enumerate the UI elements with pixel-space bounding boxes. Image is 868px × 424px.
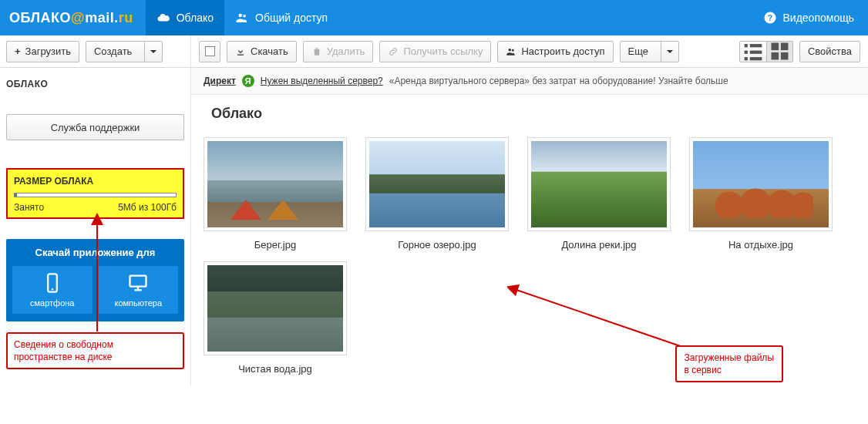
- sidebar: ОБЛАКО Служба поддержки РАЗМЕР ОБЛАКА За…: [0, 68, 190, 385]
- logo-at: @: [71, 10, 85, 26]
- get-link-label: Получить ссылку: [403, 45, 483, 57]
- promo-computer-button[interactable]: компьютера: [99, 266, 179, 314]
- logo[interactable]: ОБЛАКО @ mail . ru: [0, 0, 146, 35]
- toolbar-right: Скачать Удалить Получить ссылку Настроит…: [190, 35, 868, 67]
- more-caret[interactable]: [661, 42, 678, 62]
- upload-label: Загрузить: [25, 45, 71, 57]
- cloud-icon: [156, 11, 170, 25]
- main-columns: ОБЛАКО Служба поддержки РАЗМЕР ОБЛАКА За…: [0, 68, 868, 385]
- select-all-checkbox[interactable]: [199, 41, 220, 62]
- promo-smartphone-label: смартфона: [30, 298, 74, 308]
- file-name: Чистая вода.jpg: [238, 363, 312, 375]
- svg-point-1: [243, 15, 246, 18]
- file-thumb: [365, 137, 509, 231]
- file-image: [369, 141, 505, 227]
- view-toggle: [739, 41, 793, 62]
- download-label: Скачать: [251, 45, 288, 57]
- storage-used-value: 5Мб из 100Гб: [118, 202, 177, 213]
- upload-button[interactable]: + Загрузить: [6, 41, 79, 62]
- view-list-button[interactable]: [740, 42, 766, 62]
- file-image: [207, 265, 343, 352]
- delete-label: Удалить: [327, 45, 365, 57]
- svg-rect-9: [750, 50, 762, 53]
- svg-point-18: [52, 288, 53, 290]
- ad-direkt-link[interactable]: Директ: [204, 76, 236, 86]
- properties-button[interactable]: Свойства: [799, 41, 860, 62]
- support-button[interactable]: Служба поддержки: [6, 114, 184, 140]
- svg-rect-13: [781, 43, 789, 51]
- svg-rect-7: [750, 44, 762, 47]
- file-name: На отдыхе.jpg: [728, 239, 793, 251]
- create-label: Создать: [94, 45, 132, 57]
- more-button[interactable]: Еще: [620, 41, 679, 62]
- tab-share-label: Общий доступ: [255, 12, 328, 24]
- set-access-button[interactable]: Настроить доступ: [497, 41, 613, 62]
- tab-share[interactable]: Общий доступ: [224, 0, 338, 35]
- help-icon: ?: [763, 11, 777, 25]
- annotation2-line1: Загруженные файлы: [685, 352, 774, 363]
- properties-label: Свойства: [808, 45, 852, 57]
- content: Директ Я Нужен выделенный сервер? «Аренд…: [190, 68, 868, 385]
- storage-row: Занято 5Мб из 100Гб: [14, 202, 177, 213]
- download-button[interactable]: Скачать: [227, 41, 297, 62]
- create-caret[interactable]: [144, 42, 162, 62]
- help-button[interactable]: ? Видеопомощь: [749, 0, 869, 35]
- file-thumb: [204, 137, 347, 231]
- grid-icon: [767, 41, 792, 62]
- storage-title: РАЗМЕР ОБЛАКА: [14, 176, 177, 187]
- more-label: Еще: [628, 45, 648, 57]
- file-name: Горное озеро.jpg: [398, 239, 476, 251]
- file-name: Берег.jpg: [254, 239, 296, 251]
- svg-rect-19: [130, 276, 146, 287]
- ad-bar: Директ Я Нужен выделенный сервер? «Аренд…: [191, 68, 868, 95]
- storage-wrap: РАЗМЕР ОБЛАКА Занято 5Мб из 100Гб: [6, 168, 184, 219]
- view-grid-button[interactable]: [766, 42, 792, 62]
- file-item[interactable]: Горное озеро.jpg: [365, 137, 509, 251]
- tab-cloud[interactable]: Облако: [146, 0, 224, 35]
- create-button[interactable]: Создать: [86, 41, 163, 62]
- list-icon: [740, 41, 766, 62]
- file-item[interactable]: Берег.jpg: [204, 137, 347, 251]
- people-icon: [235, 11, 249, 25]
- help-label: Видеопомощь: [783, 12, 855, 24]
- annotation1-line2: пространстве на диске: [14, 352, 112, 362]
- file-name: Долина реки.jpg: [561, 239, 636, 251]
- annotation-arrow-1: [89, 216, 105, 339]
- svg-text:?: ?: [767, 13, 772, 22]
- svg-rect-10: [745, 57, 748, 60]
- annotation-box-2: Загруженные файлы в сервис: [675, 345, 783, 382]
- logo-ru: ru: [119, 10, 133, 26]
- svg-rect-12: [771, 43, 779, 51]
- file-image: [693, 141, 829, 227]
- file-thumb: [527, 137, 671, 231]
- logo-mail: mail: [85, 10, 114, 26]
- file-image: [531, 141, 667, 227]
- get-link-button[interactable]: Получить ссылку: [379, 41, 491, 62]
- trash-icon: [311, 46, 322, 57]
- sidebar-title: ОБЛАКО: [6, 79, 184, 89]
- tab-cloud-label: Облако: [177, 12, 214, 24]
- file-item[interactable]: На отдыхе.jpg: [689, 137, 833, 251]
- svg-point-5: [512, 49, 514, 51]
- download-icon: [235, 46, 246, 57]
- file-item[interactable]: Чистая вода.jpg: [204, 261, 347, 375]
- storage-used-label: Занято: [14, 202, 44, 213]
- file-item[interactable]: Долина реки.jpg: [527, 137, 671, 251]
- storage-bar: [14, 193, 177, 197]
- promo-smartphone-button[interactable]: смартфона: [12, 266, 93, 314]
- file-image: [207, 141, 343, 227]
- support-label: Служба поддержки: [51, 122, 140, 133]
- ad-link[interactable]: Нужен выделенный сервер?: [261, 76, 383, 86]
- link-icon: [388, 46, 399, 57]
- svg-rect-11: [750, 57, 762, 60]
- delete-button[interactable]: Удалить: [303, 41, 374, 62]
- logo-text: ОБЛАКО: [9, 10, 71, 26]
- header-spacer: [338, 0, 749, 35]
- svg-rect-15: [781, 52, 789, 60]
- svg-rect-14: [771, 52, 779, 60]
- file-thumb: [204, 261, 347, 355]
- monitor-icon: [127, 272, 149, 294]
- storage-fill: [15, 193, 17, 197]
- promo-computer-label: компьютера: [114, 298, 162, 308]
- ad-text: «Аренда виртуального сервера» без затрат…: [389, 76, 728, 86]
